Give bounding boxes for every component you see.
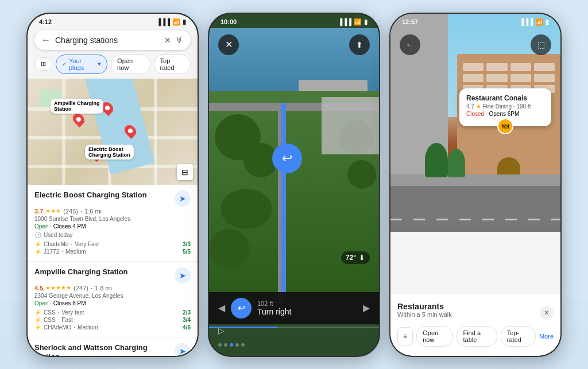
phone1-screen: 4:12 ▐▐▐ 📶 ▮ ← Charging stations ✕ 🎙 — [28, 14, 198, 356]
search-back-arrow[interactable]: ← — [41, 35, 51, 45]
svg-rect-9 — [571, 326, 588, 369]
stars-2: ★★★★★ — [45, 285, 71, 291]
filter-bar: ⊞ ✓ Your plugs ▾ Open now Top rated — [28, 55, 198, 79]
dot-3-active — [230, 343, 233, 347]
review-count-2: (247) — [74, 285, 88, 292]
charger-2-row-2: ⚡ CSS · Fast 3/4 — [34, 316, 191, 324]
filter-open-chip[interactable]: Open now — [111, 55, 150, 74]
sv-road — [390, 186, 560, 232]
place-card-name: Restaurant Conais — [466, 94, 544, 102]
panel-top-rated-chip[interactable]: Top-rated — [501, 326, 536, 347]
check-icon: ✓ — [62, 61, 67, 67]
mic-icon[interactable]: 🎙 — [176, 36, 184, 45]
listing-1[interactable]: Electric Boost Charging Station ➤ 3.7 ★★… — [28, 185, 198, 262]
charger-2-row-3: ⚡ CHAdeMO · Medium 4/6 — [34, 324, 191, 331]
battery-icon-2: ▮ — [364, 18, 368, 26]
phone1-status-bar: 4:12 ▐▐▐ 📶 ▮ — [28, 14, 198, 28]
sv-tree-2 — [448, 149, 465, 177]
panel-more-button[interactable]: More — [539, 333, 554, 340]
charger-avail-2: 5/5 — [183, 248, 191, 255]
panel-find-table-chip[interactable]: Find a table — [457, 326, 497, 347]
save-icon: ⬚ — [537, 40, 545, 49]
map-pin-label: Electric BoostCharging Station — [85, 145, 134, 160]
stars: ★★★ — [45, 208, 61, 214]
filter-plugs-chip[interactable]: ✓ Your plugs ▾ — [56, 55, 107, 74]
map-pin-2[interactable] — [102, 102, 113, 114]
charger-row-1: ⚡ ChadeMo · Very Fast 3/3 — [34, 240, 191, 248]
listing-2-name: Ampville Charging Station — [34, 267, 175, 277]
search-bar[interactable]: ← Charging stations ✕ 🎙 — [34, 30, 191, 50]
map-layers-button[interactable]: ⊟ — [177, 164, 193, 180]
battery-icon-3: ▮ — [546, 18, 549, 26]
panel-filter-icon[interactable]: ≡ — [397, 327, 413, 345]
top-rated-label: Top rated — [160, 57, 184, 71]
listing-2-address: 2304 George Avenue, Los Angeles — [34, 293, 191, 299]
open-label: Open — [34, 223, 48, 230]
rating-num: 3.7 — [34, 208, 43, 215]
dot-4 — [235, 343, 239, 347]
bolt-icon-2: ⚡ — [34, 248, 41, 255]
aerial-trees-4 — [209, 229, 249, 269]
aerial-trees-6 — [347, 160, 376, 189]
nav-play-button[interactable]: ▷ — [218, 326, 225, 335]
sv-window — [534, 74, 555, 82]
charger-2-row-1: ⚡ CSS · Very fast 2/3 — [34, 309, 191, 316]
map-road-v — [154, 79, 157, 185]
nav-dots — [218, 343, 245, 347]
listing-3-name: Sherlock and Wattson Charging Station — [34, 343, 175, 356]
charger-avail: 3/3 — [183, 241, 191, 247]
signal-icon-3: ▐▐▐ — [520, 18, 533, 25]
listing-1-nav-btn[interactable]: ➤ — [175, 191, 191, 207]
place-card-status: Closed · Opens 6PM — [466, 111, 544, 117]
nav-prev-button[interactable]: ◀ — [218, 302, 225, 313]
restaurants-panel: Restaurants Within a 5 min walk ✕ ≡ Open… — [390, 294, 560, 356]
map-area[interactable]: Electric BoostCharging Station Ampville … — [28, 79, 198, 185]
sv-road-markings — [390, 219, 560, 220]
filter-options-chip[interactable]: ⊞ — [34, 57, 52, 71]
nav-close-button[interactable]: ✕ — [218, 34, 239, 55]
place-card[interactable]: Restaurant Conais 4.7 ★ Fine Dining · 19… — [459, 88, 551, 126]
clear-icon[interactable]: ✕ — [164, 36, 171, 45]
panel-action-buttons: ≡ Open now Find a table Top-rated More — [397, 326, 554, 347]
sv-back-button[interactable]: ← — [400, 34, 420, 55]
dot-5 — [241, 343, 245, 347]
nav-next-button[interactable]: ▶ — [363, 302, 370, 313]
panel-open-now-chip[interactable]: Open now — [416, 326, 453, 347]
sv-save-button[interactable]: ⬚ — [531, 34, 551, 55]
distance: 1.6 mi — [84, 208, 102, 215]
listing-2-nav-btn[interactable]: ➤ — [175, 267, 191, 283]
sv-window — [463, 74, 483, 82]
aerial-parking — [322, 97, 379, 154]
restaurant-icon: 🍽 — [502, 122, 509, 130]
map-pin-1[interactable] — [74, 113, 84, 126]
listing-1-rating: 3.7 ★★★ (245) · 1.6 mi — [34, 208, 191, 215]
direction-bar: ◀ ↩ 102 ft Turn right ▶ — [209, 292, 379, 324]
listing-2[interactable]: Ampville Charging Station ➤ 4.5 ★★★★★ (2… — [28, 262, 198, 337]
review-count: (245) — [63, 208, 78, 215]
listing-1-name: Electric Boost Charging Station — [34, 191, 175, 200]
layers-icon: ⊟ — [181, 168, 188, 177]
dot-1 — [218, 343, 222, 347]
sv-sidewalk — [390, 174, 560, 186]
phone2-screen: 10:00 ▐▐▐ 📶 ▮ — [209, 14, 379, 356]
nav-street: Turn right — [257, 307, 357, 316]
phone3-status-bar: 12:57 ▐▐▐ 📶 ▮ — [390, 14, 560, 28]
listing-1-address: 1000 Sunrise Town Blvd, Los Angeles — [34, 216, 191, 222]
phone3-time: 12:57 — [402, 18, 418, 25]
nav-share-button[interactable]: ⬆ — [349, 34, 370, 55]
listing-3-nav-btn[interactable]: ➤ — [175, 343, 191, 356]
wifi-icon-2: 📶 — [354, 18, 362, 26]
bolt-icon: ⚡ — [34, 241, 41, 247]
charger-speed-2: Medium — [65, 248, 86, 255]
listing-3[interactable]: Sherlock and Wattson Charging Station ➤ … — [28, 337, 198, 356]
map-pin-3[interactable] — [125, 125, 136, 137]
thermometer-icon: 🌡 — [358, 254, 365, 262]
phone-3: 12:57 ▐▐▐ 📶 ▮ — [389, 13, 562, 357]
bolt-icon-3: ⚡ — [34, 309, 41, 316]
filter-rated-chip[interactable]: Top rated — [154, 55, 191, 74]
map-road-v — [62, 79, 65, 185]
nav-bottom-controls: ▷ — [209, 343, 379, 347]
nav-instruction: 102 ft Turn right — [257, 300, 357, 316]
panel-close-button[interactable]: ✕ — [540, 306, 554, 320]
close-icon: ✕ — [225, 39, 233, 50]
